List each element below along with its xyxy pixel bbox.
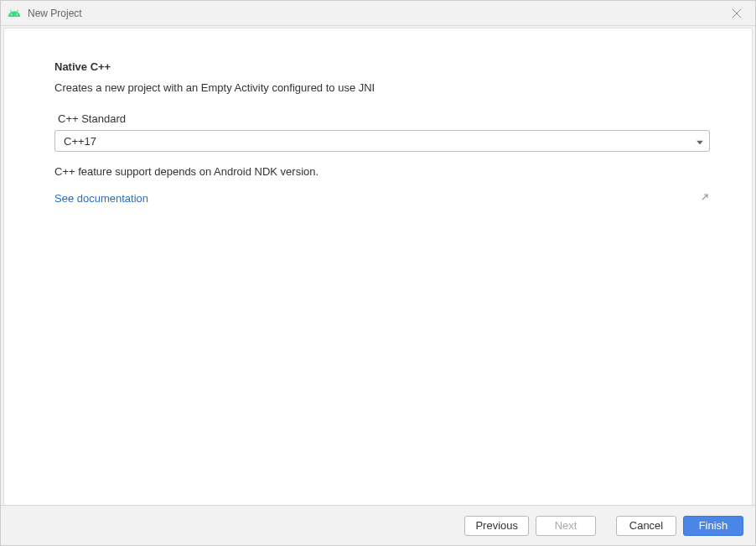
window-title: New Project	[28, 8, 725, 19]
footer: Previous Next Cancel Finish	[1, 505, 755, 545]
cpp-standard-label: C++ Standard	[58, 112, 710, 125]
cpp-standard-row: C++ Standard C++17	[54, 112, 710, 152]
page-description: Creates a new project with an Empty Acti…	[54, 81, 710, 94]
dialog-window: New Project Native C++ Creates a new pro…	[0, 0, 756, 546]
info-text: C++ feature support depends on Android N…	[54, 165, 710, 178]
previous-button[interactable]: Previous	[464, 516, 529, 536]
content-area: Native C++ Creates a new project with an…	[3, 28, 753, 505]
next-button: Next	[536, 516, 596, 536]
cancel-button[interactable]: Cancel	[616, 516, 676, 536]
finish-button[interactable]: Finish	[683, 516, 743, 536]
documentation-link[interactable]: See documentation	[54, 192, 148, 205]
android-icon	[8, 7, 21, 20]
cpp-standard-value: C++17	[54, 130, 710, 152]
documentation-row: See documentation	[54, 191, 710, 205]
cpp-standard-select[interactable]: C++17	[54, 130, 710, 152]
external-link-icon[interactable]	[700, 191, 710, 205]
titlebar: New Project	[1, 1, 755, 26]
close-button[interactable]	[725, 2, 748, 25]
page-title: Native C++	[54, 60, 710, 73]
close-icon	[733, 9, 741, 18]
